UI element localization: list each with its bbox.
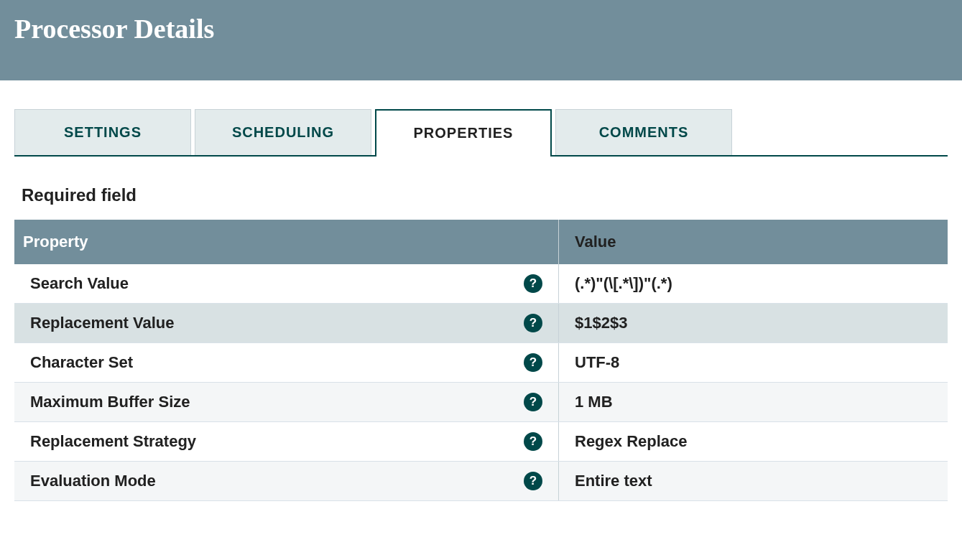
property-cell: Replacement Value? [14, 304, 559, 342]
table-row[interactable]: Search Value?(.*)"(\[.*\])"(.*) [14, 264, 948, 304]
help-icon[interactable]: ? [524, 314, 542, 332]
value-cell[interactable]: Regex Replace [559, 422, 948, 461]
tab-properties[interactable]: PROPERTIES [375, 109, 552, 157]
value-cell[interactable]: UTF-8 [559, 343, 948, 382]
required-field-label: Required field [14, 185, 948, 205]
property-name: Maximum Buffer Size [30, 393, 190, 411]
table-row[interactable]: Replacement Value?$1$2$3 [14, 304, 948, 343]
property-cell: Evaluation Mode? [14, 462, 559, 500]
table-row[interactable]: Character Set?UTF-8 [14, 343, 948, 383]
value-cell[interactable]: Entire text [559, 462, 948, 500]
property-cell: Replacement Strategy? [14, 422, 559, 461]
table-row[interactable]: Maximum Buffer Size?1 MB [14, 383, 948, 422]
help-icon[interactable]: ? [524, 472, 542, 490]
property-name: Evaluation Mode [30, 472, 156, 490]
header: Processor Details [0, 0, 962, 80]
tabs: SETTINGSSCHEDULINGPROPERTIESCOMMENTS [14, 109, 948, 157]
table-row[interactable]: Replacement Strategy?Regex Replace [14, 422, 948, 462]
help-icon[interactable]: ? [524, 274, 542, 293]
property-cell: Maximum Buffer Size? [14, 383, 559, 421]
property-name: Search Value [30, 274, 129, 293]
properties-table: Property Value Search Value?(.*)"(\[.*\]… [14, 220, 948, 501]
value-cell[interactable]: 1 MB [559, 383, 948, 421]
property-name: Replacement Value [30, 314, 175, 332]
value-header: Value [559, 220, 948, 264]
value-cell[interactable]: (.*)"(\[.*\])"(.*) [559, 264, 948, 303]
table-row[interactable]: Evaluation Mode?Entire text [14, 462, 948, 501]
content-area: SETTINGSSCHEDULINGPROPERTIESCOMMENTS Req… [0, 80, 962, 515]
tab-scheduling[interactable]: SCHEDULING [195, 109, 371, 155]
help-icon[interactable]: ? [524, 353, 542, 372]
page-title: Processor Details [14, 13, 948, 45]
table-body: Search Value?(.*)"(\[.*\])"(.*)Replaceme… [14, 264, 948, 501]
property-header: Property [14, 220, 559, 264]
tab-settings[interactable]: SETTINGS [14, 109, 191, 155]
property-name: Replacement Strategy [30, 432, 196, 451]
table-header: Property Value [14, 220, 948, 264]
tab-comments[interactable]: COMMENTS [555, 109, 732, 155]
help-icon[interactable]: ? [524, 393, 542, 411]
property-cell: Search Value? [14, 264, 559, 303]
property-cell: Character Set? [14, 343, 559, 382]
property-name: Character Set [30, 353, 133, 372]
value-cell[interactable]: $1$2$3 [559, 304, 948, 342]
help-icon[interactable]: ? [524, 432, 542, 451]
